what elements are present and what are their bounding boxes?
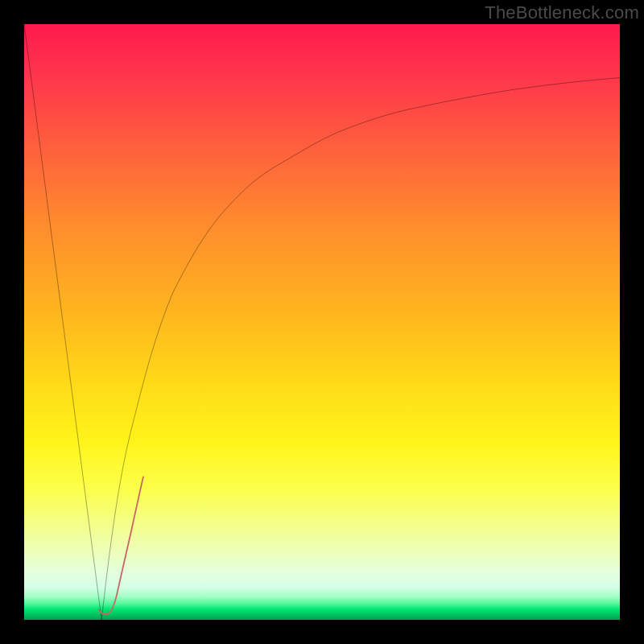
chart-stage: TheBottleneck.com (0, 0, 644, 644)
indicator-hook (99, 477, 144, 613)
right-log-curve (101, 78, 620, 620)
watermark-text: TheBottleneck.com (485, 2, 639, 23)
left-descent-line (24, 24, 101, 620)
plot-area (24, 24, 620, 620)
curve-layer (24, 24, 620, 620)
